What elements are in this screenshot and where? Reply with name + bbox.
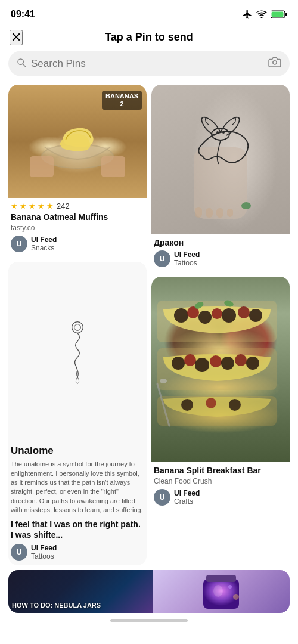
banana-split-image	[151, 277, 290, 462]
pin-user-banana-oatmeal: U UI Feed Snacks	[11, 236, 144, 252]
pin-source-banana-oatmeal: tasty.co	[11, 224, 144, 232]
user-name-unalome: UI Feed	[31, 544, 57, 552]
user-board-banana-oatmeal: Snacks	[31, 244, 57, 252]
pin-user-unalome: U UI Feed Tattoos	[11, 544, 144, 561]
wifi-icon	[256, 10, 267, 18]
pin-info-banana-oatmeal: ★ ★ ★ ★ ★ 242 Banana Oatmeal Muffins tas…	[8, 198, 147, 257]
pin-card-unalome[interactable]: Unalome The unalome is a symbol for the …	[8, 262, 147, 565]
svg-point-37	[235, 354, 247, 366]
status-time: 09:41	[11, 9, 35, 20]
pin-title-unalome: I feel that I was on the right path. I w…	[11, 519, 144, 540]
bottom-strip-label: HOW TO DO: NEBULA JARS	[12, 602, 101, 609]
bottom-strip-right[interactable]	[153, 570, 290, 613]
pin-card-banana-split[interactable]: Banana Split Breakfast Bar Clean Food Cr…	[151, 277, 290, 510]
user-info-banana-oatmeal: UI Feed Snacks	[31, 236, 57, 252]
user-info-dragon: UI Feed Tattoos	[174, 250, 200, 267]
svg-point-5	[273, 61, 277, 64]
svg-rect-11	[194, 147, 247, 219]
svg-point-29	[249, 309, 262, 322]
bowl-illustration	[30, 106, 125, 177]
nebula-jar-svg	[153, 570, 290, 613]
user-board-dragon: Tattoos	[174, 259, 200, 267]
svg-rect-16	[206, 208, 213, 218]
status-icons	[242, 9, 287, 20]
svg-point-9	[72, 322, 83, 333]
svg-point-34	[195, 358, 209, 372]
svg-rect-1	[272, 12, 284, 17]
search-bar[interactable]	[8, 51, 290, 76]
svg-point-26	[212, 308, 222, 319]
user-name-banana-split: UI Feed	[174, 489, 200, 497]
battery-icon	[271, 10, 287, 18]
pin-info-dragon: Дракон U UI Feed Tattoos	[151, 234, 290, 272]
header: ✕ Tap a Pin to send	[0, 26, 298, 51]
pin-info-unalome: Unalome The unalome is a symbol for the …	[8, 441, 147, 565]
pin-stars: ★ ★ ★ ★ ★ 242	[11, 202, 144, 210]
avatar-banana-oatmeal: U	[11, 236, 27, 252]
svg-point-23	[174, 308, 188, 323]
search-icon	[17, 58, 26, 70]
svg-point-14	[222, 131, 225, 134]
pin-title-banana-split: Banana Split Breakfast Bar	[154, 465, 287, 476]
svg-point-19	[241, 202, 251, 209]
unalome-symbol-title: Unalome	[11, 444, 144, 457]
user-board-banana-split: Crafts	[174, 497, 200, 506]
svg-rect-15	[195, 207, 202, 218]
pin-title-banana-oatmeal: Banana Oatmeal Muffins	[11, 212, 144, 222]
user-name-banana-oatmeal: UI Feed	[31, 236, 57, 244]
svg-point-43	[160, 379, 167, 383]
bottom-strip-left[interactable]: HOW TO DO: NEBULA JARS	[8, 570, 153, 613]
user-info-unalome: UI Feed Tattoos	[31, 544, 57, 561]
banana-badge: BANANAS 2	[102, 91, 142, 110]
pin-user-dragon: U UI Feed Tattoos	[154, 250, 287, 267]
svg-rect-2	[285, 13, 287, 16]
unalome-image	[8, 262, 147, 441]
star-3: ★	[29, 202, 36, 210]
star-4: ★	[38, 202, 45, 210]
unalome-svg	[57, 315, 98, 387]
star-1: ★	[11, 202, 18, 210]
user-info-banana-split: UI Feed Crafts	[174, 489, 200, 506]
svg-point-39	[181, 399, 193, 411]
pins-col-right: Дракон U UI Feed Tattoos	[151, 85, 290, 565]
search-input[interactable]	[31, 58, 263, 70]
user-board-unalome: Tattoos	[31, 552, 57, 561]
pin-card-dragon[interactable]: Дракон U UI Feed Tattoos	[151, 85, 290, 272]
svg-point-36	[221, 357, 234, 370]
pin-card-banana-oatmeal[interactable]: BANANAS 2 ★ ★ ★ ★ ★ 242 Banana Oatmeal M…	[8, 85, 147, 257]
svg-point-10	[74, 324, 81, 331]
svg-rect-18	[227, 209, 233, 217]
svg-point-28	[238, 306, 250, 318]
star-2: ★	[20, 202, 27, 210]
home-indicator	[110, 619, 188, 622]
svg-point-35	[210, 355, 222, 367]
airplane-icon	[242, 9, 253, 20]
svg-line-4	[23, 64, 25, 66]
svg-point-33	[184, 354, 196, 366]
pin-title-dragon: Дракон	[154, 237, 287, 248]
banana-split-svg	[151, 277, 283, 432]
close-button[interactable]: ✕	[10, 30, 23, 45]
svg-rect-17	[216, 208, 224, 218]
star-5: ★	[46, 202, 54, 210]
svg-rect-8	[101, 156, 125, 177]
svg-point-41	[229, 399, 241, 411]
svg-point-27	[222, 308, 236, 323]
star-count: 242	[57, 202, 70, 210]
header-title: Tap a Pin to send	[105, 31, 193, 44]
pins-col-left: BANANAS 2 ★ ★ ★ ★ ★ 242 Banana Oatmeal M…	[8, 85, 147, 565]
bottom-strip[interactable]: HOW TO DO: NEBULA JARS	[8, 570, 290, 613]
pins-grid: BANANAS 2 ★ ★ ★ ★ ★ 242 Banana Oatmeal M…	[0, 85, 298, 565]
svg-point-25	[198, 311, 212, 324]
avatar-banana-split: U	[154, 489, 170, 506]
user-name-dragon: UI Feed	[174, 250, 200, 259]
svg-rect-45	[206, 575, 236, 582]
svg-point-48	[228, 585, 232, 589]
svg-point-32	[172, 357, 185, 370]
svg-point-46	[213, 585, 223, 597]
svg-point-47	[233, 594, 239, 600]
camera-icon[interactable]	[268, 57, 281, 70]
dragon-image	[151, 85, 290, 234]
dragon-tattoo-svg	[182, 100, 259, 219]
svg-point-40	[206, 398, 216, 408]
